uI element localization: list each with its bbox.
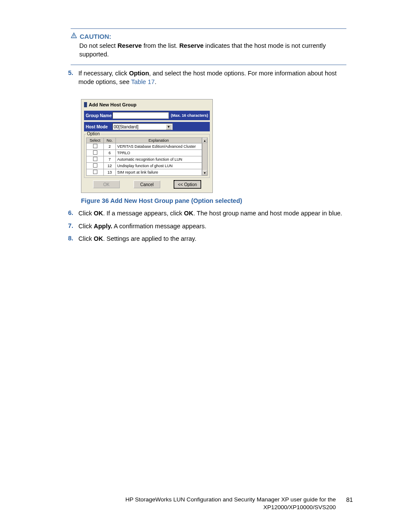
step-number: 7. bbox=[65, 222, 78, 229]
table-row: 12Undisplay function of ghost LUN bbox=[87, 163, 202, 169]
group-name-row: Group Name (Max. 16 characters) bbox=[84, 111, 210, 120]
step-body: Click OK. Settings are applied to the ar… bbox=[78, 235, 346, 243]
ok-button[interactable]: OK bbox=[93, 180, 120, 188]
link-table-17[interactable]: Table 17 bbox=[131, 78, 155, 85]
table-row: 13SIM report at link failure bbox=[87, 169, 202, 176]
table-row: 7Automatic recognition function of LUN bbox=[87, 156, 202, 163]
table-header-row: Select No. Explanation bbox=[87, 138, 202, 143]
caution-block: CAUTION: Do not select Reserve from the … bbox=[71, 28, 346, 65]
checkbox[interactable] bbox=[93, 150, 97, 155]
option-table: Select No. Explanation 2VERITAS Database… bbox=[86, 137, 202, 176]
group-name-label: Group Name bbox=[86, 113, 112, 118]
svg-rect-0 bbox=[74, 34, 75, 36]
checkbox[interactable] bbox=[93, 163, 97, 168]
cancel-button[interactable]: Cancel bbox=[134, 180, 160, 188]
group-name-hint: (Max. 16 characters) bbox=[171, 113, 208, 118]
checkbox[interactable] bbox=[93, 170, 97, 174]
group-name-input[interactable] bbox=[112, 112, 169, 119]
step-body: If necessary, click Option, and select t… bbox=[78, 69, 346, 86]
host-mode-row: Host Mode 00[Standard] ▼ bbox=[84, 122, 210, 131]
host-mode-label: Host Mode bbox=[86, 124, 112, 129]
step-number: 5. bbox=[65, 69, 78, 76]
step-number: 6. bbox=[65, 209, 78, 216]
host-mode-select[interactable]: 00[Standard] ▼ bbox=[112, 123, 173, 130]
dialog-title: Add New Host Group bbox=[81, 100, 212, 109]
step-5: 5. If necessary, click Option, and selec… bbox=[65, 69, 346, 86]
checkbox[interactable] bbox=[93, 144, 97, 148]
scroll-up-icon[interactable]: ▲ bbox=[202, 138, 207, 143]
table-row: 6TPRLO bbox=[87, 150, 202, 156]
scroll-down-icon[interactable]: ▼ bbox=[202, 170, 207, 175]
step-8: 8. Click OK. Settings are applied to the… bbox=[65, 235, 346, 243]
figure-caption: Figure 36 Add New Host Group pane (Optio… bbox=[81, 197, 346, 204]
page-footer: HP StorageWorks LUN Configuration and Se… bbox=[65, 496, 353, 511]
screenshot-add-new-host-group: Add New Host Group Group Name (Max. 16 c… bbox=[81, 99, 213, 193]
svg-rect-1 bbox=[74, 37, 75, 37]
caution-text: Do not select Reserve from the list. Res… bbox=[71, 42, 346, 59]
step-6: 6. Click OK. If a message appears, click… bbox=[65, 209, 346, 218]
option-legend: Option bbox=[86, 131, 100, 136]
checkbox[interactable] bbox=[93, 157, 97, 161]
col-select: Select bbox=[87, 138, 104, 143]
step-7: 7. Click Apply. A confirmation message a… bbox=[65, 222, 346, 231]
footer-line2: XP12000/XP10000/SVS200 bbox=[125, 504, 336, 511]
caution-icon bbox=[71, 32, 77, 40]
table-row: 2VERITAS Database Edition/Advanced Clust… bbox=[87, 143, 202, 150]
step-number: 8. bbox=[65, 235, 78, 242]
scrollbar[interactable]: ▲ ▼ bbox=[202, 137, 208, 176]
caution-label: CAUTION: bbox=[80, 33, 111, 40]
step-body: Click OK. If a message appears, click OK… bbox=[78, 209, 346, 218]
col-explanation: Explanation bbox=[116, 138, 202, 143]
page-number: 81 bbox=[346, 496, 353, 504]
option-fieldset: Option Select No. Explanation 2VERITAS D… bbox=[84, 134, 210, 178]
footer-line1: HP StorageWorks LUN Configuration and Se… bbox=[125, 496, 336, 504]
col-no: No. bbox=[104, 138, 116, 143]
step-body: Click Apply. A confirmation message appe… bbox=[78, 222, 346, 231]
option-toggle-button[interactable]: << Option bbox=[174, 180, 201, 188]
chevron-down-icon[interactable]: ▼ bbox=[166, 124, 171, 130]
title-marker-icon bbox=[84, 102, 87, 107]
